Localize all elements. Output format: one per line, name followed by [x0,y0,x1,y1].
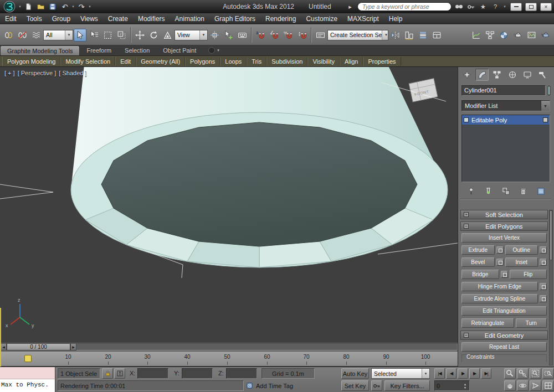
tab-modify[interactable] [475,69,489,81]
zoom-all-button[interactable] [517,368,529,379]
material-editor-button[interactable] [497,29,510,42]
redo-button[interactable]: ↷ [76,2,87,12]
ribbon-minimize-caret-icon[interactable]: ▾ [217,48,219,53]
next-frame-arrow[interactable]: ▶ [70,343,76,350]
hinge-settings-button[interactable] [540,283,547,290]
x-coordinate-field[interactable] [137,368,168,379]
modifier-list-dropdown[interactable]: Modifier List ▼ [461,100,550,111]
key-mode-dropdown[interactable]: Selected▼ [371,368,430,379]
turn-button[interactable]: Turn [516,318,547,328]
auto-key-button[interactable]: Auto Key [341,368,369,379]
inset-settings-button[interactable] [540,259,547,266]
use-pivot-point-center-button[interactable] [208,29,221,42]
ribbon-options-icon[interactable] [208,47,215,54]
time-slider-handle[interactable]: 0 / 100 [7,343,70,350]
pin-stack-button[interactable] [465,186,477,196]
keyboard-shortcut-override-button[interactable] [236,29,249,42]
menu-graph-editors[interactable]: Graph Editors [209,13,260,24]
menu-group[interactable]: Group [47,13,75,24]
set-key-button[interactable]: Set Key [341,380,369,391]
redo-caret-icon[interactable]: ▾ [88,4,92,9]
named-selection-set-dropdown[interactable]: Create Selection Se▼ [327,30,388,40]
tab-hierarchy[interactable] [490,69,504,81]
minimize-button[interactable] [510,3,522,11]
3dsmax-logo-icon[interactable] [1,1,18,13]
make-unique-button[interactable] [500,186,512,196]
viewport-pov-menu[interactable]: [ Perspective ] [18,70,57,76]
tab-create[interactable] [460,69,474,81]
extrude-along-spline-button[interactable]: Extrude Along Spline [461,294,538,303]
viewport-general-menu[interactable]: [ + ] [4,70,15,76]
rollout-edit-polygons[interactable]: − Edit Polygons [460,221,548,231]
listener-line[interactable]: Max to Physc. [0,379,55,392]
ribbon-panel-polygon-modeling[interactable]: Polygon Modeling [2,57,60,66]
orbit-button[interactable] [517,380,529,391]
maxscript-mini-listener[interactable]: Max to Physc. [0,367,55,392]
set-keys-key-button[interactable] [371,380,382,391]
next-frame-button[interactable]: ▶ [469,368,480,379]
goto-end-button[interactable]: ▶| [481,368,491,379]
menu-edit[interactable]: Edit [0,13,22,24]
show-end-result-button[interactable] [483,186,495,196]
field-of-view-button[interactable] [530,380,541,391]
unlink-selection-button[interactable] [16,29,29,42]
outline-settings-button[interactable] [540,246,547,254]
zoom-extents-button[interactable] [530,368,541,379]
grid-gizmo[interactable]: FRONT [409,78,438,102]
percent-snap-toggle-button[interactable]: % [282,29,295,42]
favorites-star-icon[interactable]: ★ [478,2,488,11]
perspective-viewport[interactable]: FRONT z x y [ + ] [ Perspective ] [ Shad… [0,67,458,342]
bevel-settings-button[interactable] [496,259,504,266]
track-bar[interactable]: 10 20 30 40 50 60 70 80 90 100 [0,351,458,367]
modifier-stack[interactable]: Editable Poly [461,115,550,182]
ribbon-tab-freeform[interactable]: Freeform [80,45,118,55]
ribbon-panel-edit[interactable]: Edit [115,57,136,66]
render-production-button[interactable] [539,29,552,42]
ribbon-panel-geometry-all[interactable]: Geometry (All) [136,57,185,66]
tab-utilities[interactable] [536,69,549,81]
z-coordinate-field[interactable] [226,368,257,379]
stack-item-toggle[interactable] [543,117,548,122]
select-and-manipulate-button[interactable] [222,29,235,42]
select-object-button[interactable] [74,29,86,42]
rollout-soft-selection[interactable]: + Soft Selection [460,210,548,219]
window-crossing-toggle-button[interactable] [115,29,128,42]
inset-button[interactable]: Inset [505,257,538,267]
select-and-link-button[interactable] [2,29,15,42]
pan-button[interactable] [504,380,516,391]
ribbon-panel-loops[interactable]: Loops [220,57,247,66]
outline-button[interactable]: Outline [505,245,538,255]
ribbon-panel-polygons[interactable]: Polygons [185,57,220,66]
app-menu-caret-icon[interactable]: ▾ [18,4,22,9]
hinge-from-edge-button[interactable]: Hinge From Edge [461,282,538,291]
extrude-button[interactable]: Extrude [461,245,495,255]
current-frame-field[interactable]: 0 ▲▼ [434,380,470,391]
save-file-button[interactable] [47,2,58,12]
spinner-snap-toggle-button[interactable] [296,29,309,42]
help-button[interactable]: ? [490,2,500,11]
select-by-name-button[interactable] [88,29,100,42]
ribbon-panel-subdivision[interactable]: Subdivision [266,57,307,66]
menu-customize[interactable]: Customize [301,13,342,24]
zoom-button[interactable] [504,368,516,379]
object-name-field[interactable] [461,85,546,96]
remove-modifier-button[interactable] [517,186,530,196]
bind-to-space-warp-button[interactable] [30,29,43,42]
goto-start-button[interactable]: |◀ [434,368,445,379]
undo-caret-icon[interactable]: ▾ [71,4,75,9]
y-coordinate-field[interactable] [182,368,213,379]
ribbon-panel-properties[interactable]: Properties [363,57,401,66]
render-setup-button[interactable] [511,29,524,42]
menu-create[interactable]: Create [103,13,133,24]
bridge-settings-button[interactable] [501,271,508,278]
search-category-arrow-icon[interactable]: ▸ [345,2,355,11]
select-and-scale-button[interactable] [161,29,174,42]
scrollbar-thumb[interactable] [550,210,552,260]
previous-frame-arrow[interactable]: ◀ [1,343,7,350]
undo-button[interactable]: ↶ [59,2,70,12]
ribbon-tab-graphite-modeling-tools[interactable]: Graphite Modeling Tools [0,45,80,55]
ribbon-tab-selection[interactable]: Selection [118,45,156,55]
flip-button[interactable]: Flip [510,270,547,279]
new-file-button[interactable] [23,2,34,12]
selection-filter-dropdown[interactable]: All▼ [43,30,73,40]
